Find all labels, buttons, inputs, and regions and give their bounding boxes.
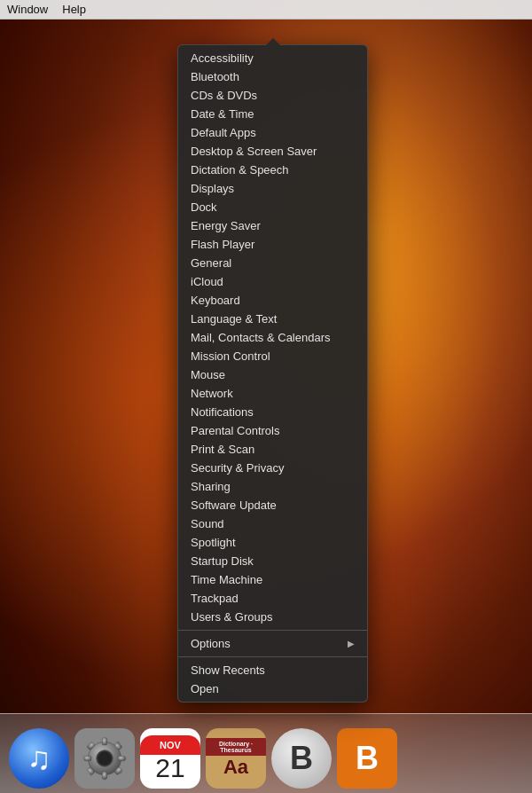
svg-rect-2 <box>102 772 107 779</box>
menu-divider-31 <box>178 630 367 631</box>
dock-bold-silver[interactable]: B <box>271 728 332 789</box>
menu-item-date-time[interactable]: Date & Time <box>178 105 367 123</box>
menu-item-users-groups[interactable]: Users & Groups <box>178 608 367 626</box>
menu-item-time-machine[interactable]: Time Machine <box>178 570 367 589</box>
calendar-month: NOV <box>140 735 200 755</box>
menu-item-security-privacy[interactable]: Security & Privacy <box>178 459 367 477</box>
menu-item-mission-control[interactable]: Mission Control <box>178 347 367 365</box>
menu-item-mouse[interactable]: Mouse <box>178 365 367 384</box>
menu-item-bluetooth[interactable]: Bluetooth <box>178 67 367 86</box>
svg-rect-3 <box>84 756 91 761</box>
menu-item-sharing[interactable]: Sharing <box>178 477 367 496</box>
menu-item-spotlight[interactable]: Spotlight <box>178 533 367 552</box>
dict-label: Dictionary · Thesaurus <box>206 738 266 756</box>
dock-bold-orange[interactable]: B <box>337 728 397 789</box>
menu-divider-33 <box>178 656 367 657</box>
menu-item-show-recents[interactable]: Show Recents <box>178 661 367 679</box>
menu-item-startup-disk[interactable]: Startup Disk <box>178 552 367 570</box>
menu-item-options[interactable]: Options <box>178 634 367 653</box>
menu-item-general[interactable]: General <box>178 254 367 272</box>
menu-item-language-text[interactable]: Language & Text <box>178 310 367 328</box>
dock-system-preferences[interactable] <box>74 728 135 789</box>
menu-item-mail-contacts-calendars[interactable]: Mail, Contacts & Calendars <box>178 328 367 347</box>
dock-dictionary[interactable]: Dictionary · Thesaurus Aa <box>206 728 266 789</box>
dict-letter: Aa <box>223 756 248 779</box>
menu-item-displays[interactable]: Displays <box>178 179 367 198</box>
menu-item-icloud[interactable]: iCloud <box>178 272 367 291</box>
bold-letter: B <box>290 740 313 777</box>
menu-item-software-update[interactable]: Software Update <box>178 496 367 514</box>
dock-itunes[interactable] <box>9 728 69 789</box>
calendar-day: 21 <box>155 755 184 781</box>
menu-item-open[interactable]: Open <box>178 679 367 698</box>
menu-item-energy-saver[interactable]: Energy Saver <box>178 216 367 235</box>
menubar-help[interactable]: Help <box>62 3 86 16</box>
svg-rect-1 <box>102 738 107 745</box>
menu-item-default-apps[interactable]: Default Apps <box>178 123 367 142</box>
context-menu: AccessibilityBluetoothCDs & DVDsDate & T… <box>177 44 368 703</box>
menu-item-dictation-speech[interactable]: Dictation & Speech <box>178 161 367 179</box>
menubar: Window Help <box>0 0 532 20</box>
menu-item-keyboard[interactable]: Keyboard <box>178 291 367 310</box>
bold-letter-orange: B <box>356 740 379 777</box>
gear-icon <box>80 734 129 783</box>
menu-item-desktop-screen-saver[interactable]: Desktop & Screen Saver <box>178 142 367 161</box>
menu-item-notifications[interactable]: Notifications <box>178 403 367 421</box>
dock-calendar[interactable]: NOV 21 <box>140 728 200 789</box>
menu-item-cds-dvds[interactable]: CDs & DVDs <box>178 86 367 105</box>
menu-item-network[interactable]: Network <box>178 384 367 403</box>
menu-item-parental-controls[interactable]: Parental Controls <box>178 421 367 440</box>
menu-item-flash-player[interactable]: Flash Player <box>178 235 367 254</box>
menu-item-sound[interactable]: Sound <box>178 514 367 533</box>
menu-item-print-scan[interactable]: Print & Scan <box>178 440 367 459</box>
svg-rect-4 <box>118 756 125 761</box>
menu-item-accessibility[interactable]: Accessibility <box>178 49 367 67</box>
dock: NOV 21 Dictionary · Thesaurus Aa B B <box>0 713 532 793</box>
menubar-window[interactable]: Window <box>7 3 48 16</box>
svg-point-10 <box>98 752 112 766</box>
menu-item-dock[interactable]: Dock <box>178 198 367 216</box>
menu-item-trackpad[interactable]: Trackpad <box>178 589 367 608</box>
